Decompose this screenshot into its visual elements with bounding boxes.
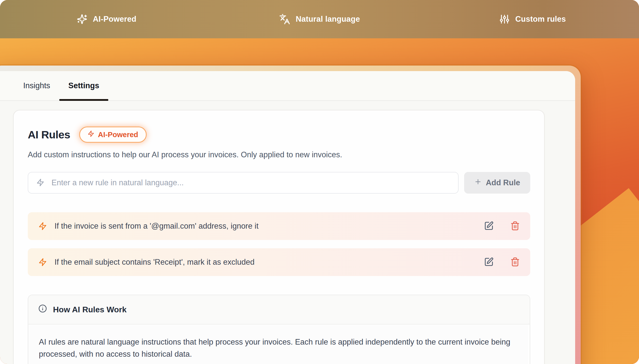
delete-rule-button[interactable] <box>509 256 521 268</box>
card-header: AI Rules AI-Powered <box>28 127 530 143</box>
card-description: Add custom instructions to help our AI p… <box>28 150 530 159</box>
feature-label: Custom rules <box>515 15 566 24</box>
rules-list: If the invoice is sent from a '@gmail.co… <box>28 212 530 276</box>
edit-rule-button[interactable] <box>483 256 495 268</box>
rule-row: If the invoice is sent from a '@gmail.co… <box>28 212 530 240</box>
sliders-icon <box>499 14 510 24</box>
feature-natural-language: Natural language <box>213 0 426 38</box>
rule-input[interactable] <box>28 172 459 194</box>
trash-icon <box>510 257 520 267</box>
plus-icon <box>474 178 482 188</box>
badge-label: AI-Powered <box>98 131 138 139</box>
zap-icon <box>36 178 44 188</box>
window-content: Insights Settings AI Rules <box>0 71 575 364</box>
feature-custom-rules: Custom rules <box>426 0 639 38</box>
settings-panel: AI Rules AI-Powered Add custom instructi… <box>0 101 575 364</box>
sparkles-icon <box>77 14 87 24</box>
new-rule-row: Add Rule <box>28 172 530 194</box>
how-box-body: AI rules are natural language instructio… <box>28 324 528 364</box>
edit-icon <box>484 221 494 231</box>
zap-icon <box>38 258 47 266</box>
how-box-title: How AI Rules Work <box>53 305 127 314</box>
ai-rules-card: AI Rules AI-Powered Add custom instructi… <box>13 110 545 364</box>
trash-icon <box>510 221 520 231</box>
screenshot-frame: AI-Powered Natural language Custom rules <box>0 0 639 364</box>
ai-powered-badge: AI-Powered <box>79 127 147 143</box>
zap-icon <box>38 222 47 230</box>
tab-bar: Insights Settings <box>0 71 575 101</box>
edit-icon <box>484 257 494 267</box>
page-title: AI Rules <box>28 129 70 141</box>
languages-icon <box>279 14 290 25</box>
tab-insights[interactable]: Insights <box>14 71 59 100</box>
tab-settings[interactable]: Settings <box>59 71 108 100</box>
feature-bar: AI-Powered Natural language Custom rules <box>0 0 639 38</box>
app-window: Insights Settings AI Rules <box>0 66 581 364</box>
delete-rule-button[interactable] <box>509 220 521 232</box>
feature-label: Natural language <box>296 15 360 24</box>
rule-text: If the invoice is sent from a '@gmail.co… <box>55 222 475 231</box>
feature-label: AI-Powered <box>93 15 137 24</box>
rule-row: If the email subject contains 'Receipt',… <box>28 248 530 276</box>
rule-text: If the email subject contains 'Receipt',… <box>55 258 475 267</box>
how-box-header: How AI Rules Work <box>28 295 530 324</box>
add-rule-button[interactable]: Add Rule <box>464 172 530 194</box>
zap-icon <box>88 130 94 139</box>
add-rule-label: Add Rule <box>486 178 520 187</box>
edit-rule-button[interactable] <box>483 220 495 232</box>
info-icon <box>38 304 47 315</box>
rule-input-wrap <box>28 172 459 194</box>
feature-ai-powered: AI-Powered <box>0 0 213 38</box>
how-ai-rules-work-box: How AI Rules Work AI rules are natural l… <box>28 295 530 364</box>
